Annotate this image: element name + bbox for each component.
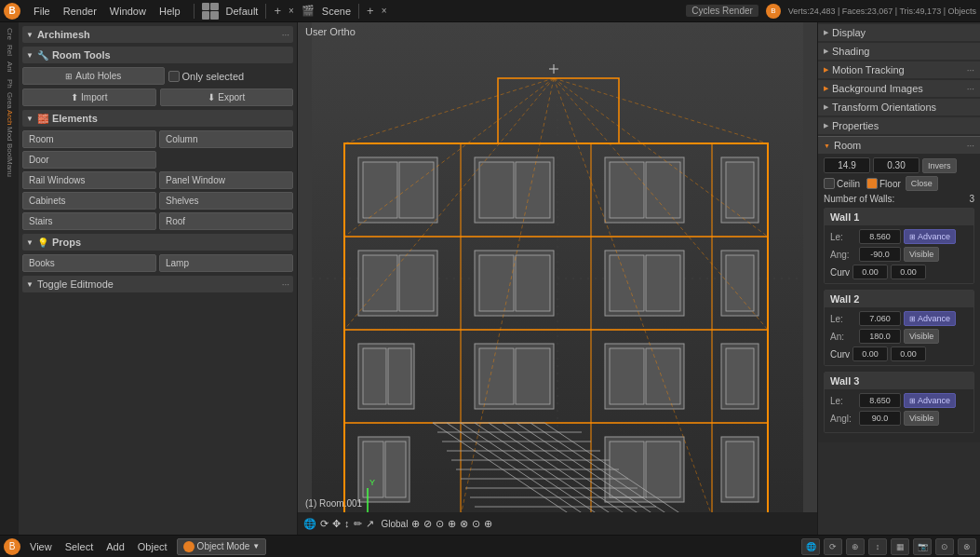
wall-2-advance-btn[interactable]: ⊞ Advance — [904, 311, 956, 326]
toggle-editmode-options[interactable]: ··· — [282, 279, 289, 290]
menu-render[interactable]: Render — [58, 4, 102, 19]
menu-window[interactable]: Window — [104, 4, 152, 19]
viewport[interactable]: User Ortho — [298, 22, 817, 535]
view-extra-icon5[interactable]: ⊗ — [460, 518, 468, 530]
view-extra-icon4[interactable]: ⊕ — [448, 518, 456, 530]
proportional-btn[interactable]: ⊕ — [846, 538, 865, 555]
shelves-btn[interactable]: Shelves — [159, 192, 293, 210]
section-shading-header[interactable]: ▶ Shading — [818, 43, 980, 60]
props-header[interactable]: ▼ 💡 Props — [22, 234, 293, 251]
side-icon-ph[interactable]: Ph — [2, 76, 17, 91]
room-section-options[interactable]: ··· — [967, 141, 974, 151]
wall-1-visible-btn[interactable]: Visible — [904, 247, 939, 262]
elements-header[interactable]: ▼ 🧱 Elements — [22, 110, 293, 127]
toggle-editmode[interactable]: ▼ Toggle Editmode ··· — [22, 276, 293, 292]
section-background-images-header[interactable]: ▶ Background Images ··· — [818, 80, 980, 97]
blender-logo-bottom[interactable]: B — [4, 538, 20, 555]
wall-1-le-value[interactable] — [859, 229, 901, 244]
side-icon-greas[interactable]: Grea — [2, 93, 17, 108]
room-section-header[interactable]: ▼ Room ··· — [818, 136, 980, 154]
render-btn[interactable]: 📷 — [913, 538, 932, 555]
wall-1-ang-value[interactable] — [859, 247, 901, 262]
auto-holes-btn[interactable]: ⊞ Auto Holes — [22, 67, 165, 85]
tab-close[interactable]: × — [382, 6, 387, 16]
wall-3-advance-btn[interactable]: ⊞ Advance — [904, 393, 956, 408]
menu-file[interactable]: File — [28, 4, 56, 19]
stairs-btn[interactable]: Stairs — [22, 212, 156, 230]
scene-add[interactable]: + — [274, 4, 281, 18]
wall-2-ang-value[interactable] — [859, 329, 901, 344]
only-selected-checkbox[interactable] — [168, 71, 180, 82]
lamp-btn[interactable]: Lamp — [159, 254, 293, 272]
side-icon-ani[interactable]: Ani — [2, 60, 17, 75]
invers-btn[interactable]: Invers — [922, 158, 957, 173]
background-images-options[interactable]: ··· — [967, 84, 974, 94]
room-tools-header[interactable]: ▼ 🔧 Room Tools — [22, 47, 293, 63]
screen-layout-icon[interactable] — [202, 3, 219, 20]
view-extra-icon1[interactable]: ⊕ — [411, 518, 420, 530]
record-btn[interactable]: ⊗ — [958, 538, 976, 555]
room-value1[interactable] — [824, 157, 870, 173]
view-tools-icon[interactable]: ✥ — [332, 518, 341, 530]
side-icon-mod[interactable]: Mod — [2, 127, 17, 142]
floor-checkbox[interactable] — [866, 178, 878, 189]
view-extra-icon7[interactable]: ⊕ — [484, 518, 492, 530]
view-snap-icon[interactable]: ⟳ — [320, 518, 329, 530]
section-motion-tracking-header[interactable]: ▶ Motion Tracking ··· — [818, 61, 980, 78]
section-properties-header[interactable]: ▶ Properties — [818, 117, 980, 134]
blender-logo-top[interactable]: B — [4, 3, 20, 20]
view-transform-icon[interactable]: ↕ — [344, 518, 350, 529]
cabinets-btn[interactable]: Cabinets — [22, 192, 156, 210]
view-extra-icon6[interactable]: ⊙ — [472, 518, 480, 530]
rail-windows-btn[interactable]: Rail Windows — [22, 171, 156, 189]
ceiling-checkbox[interactable] — [824, 178, 835, 189]
archimesh-header[interactable]: ▼ Archimesh ··· — [22, 26, 293, 43]
object-mode-btn[interactable]: Object Mode ▼ — [177, 538, 267, 555]
room-value2[interactable] — [873, 157, 920, 173]
door-btn[interactable]: Door — [22, 151, 156, 169]
column-btn[interactable]: Column — [159, 130, 293, 148]
books-btn[interactable]: Books — [22, 254, 156, 272]
wall-3-visible-btn[interactable]: Visible — [904, 411, 939, 426]
motion-tracking-options[interactable]: ··· — [967, 65, 974, 75]
wall-3-ang-value[interactable] — [859, 411, 901, 426]
bottom-menu-object[interactable]: Object — [134, 539, 171, 554]
wall-3-le-value[interactable] — [859, 393, 901, 408]
panel-window-btn[interactable]: Panel Window — [159, 171, 293, 189]
side-icon-manuelb[interactable]: Manu — [2, 160, 17, 175]
section-transform-header[interactable]: ▶ Transform Orientations — [818, 99, 980, 115]
side-icon-bool[interactable]: Bool — [2, 143, 17, 158]
archimesh-options[interactable]: ··· — [282, 30, 289, 40]
side-icon-rel[interactable]: Rel — [2, 43, 17, 58]
snap-btn[interactable]: ⟳ — [824, 538, 842, 555]
room-btn[interactable]: Room — [22, 130, 156, 148]
wall-2-curv-val2[interactable] — [891, 346, 926, 361]
global-view-btn[interactable]: 🌐 — [801, 538, 820, 555]
wall-1-curv-val1[interactable] — [852, 265, 888, 279]
import-btn[interactable]: ⬆ Import — [22, 88, 156, 106]
wall-2-visible-btn[interactable]: Visible — [904, 329, 939, 344]
export-btn[interactable]: ⬇ Export — [160, 88, 294, 106]
timeline-btn[interactable]: ⊙ — [935, 538, 954, 555]
scene-close[interactable]: × — [289, 6, 294, 16]
view-cursor-icon[interactable]: ↗ — [366, 518, 374, 530]
section-display-header[interactable]: ▶ Display — [818, 24, 980, 41]
wall-1-curv-val2[interactable] — [891, 265, 926, 279]
bottom-menu-view[interactable]: View — [26, 539, 56, 554]
wall-2-curv-val1[interactable] — [852, 346, 888, 361]
roof-btn[interactable]: Roof — [159, 212, 293, 230]
bottom-menu-select[interactable]: Select — [61, 539, 98, 554]
view-sculpt-icon[interactable]: ✏ — [354, 518, 362, 530]
wall-2-le-value[interactable] — [859, 311, 901, 326]
side-icon-arch[interactable]: Arch — [2, 110, 17, 125]
side-icon-cre[interactable]: Cre — [2, 26, 17, 41]
wall-1-advance-btn[interactable]: ⊞ Advance — [904, 229, 956, 244]
view-perspective-icon[interactable]: 🌐 — [303, 518, 316, 530]
close-btn[interactable]: Close — [906, 176, 938, 191]
menu-help[interactable]: Help — [154, 4, 186, 19]
view-extra-icon2[interactable]: ⊘ — [423, 518, 432, 530]
tab-add[interactable]: + — [367, 4, 374, 18]
manipulator-btn[interactable]: ↕ — [868, 538, 887, 555]
layer-btn[interactable]: ▦ — [891, 538, 909, 555]
view-extra-icon3[interactable]: ⊙ — [436, 518, 444, 530]
